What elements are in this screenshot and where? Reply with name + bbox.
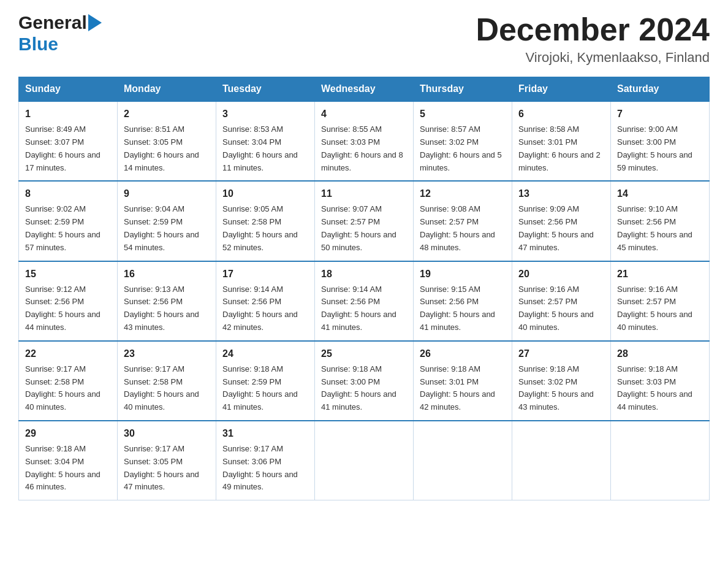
column-header-thursday: Thursday (414, 77, 512, 102)
day-info: Sunrise: 8:55 AMSunset: 3:03 PMDaylight:… (321, 123, 407, 174)
day-number: 26 (420, 347, 506, 361)
day-number: 29 (25, 426, 111, 441)
day-info: Sunrise: 9:17 AMSunset: 3:06 PMDaylight:… (222, 443, 308, 494)
day-info: Sunrise: 9:00 AMSunset: 3:00 PMDaylight:… (617, 123, 703, 174)
day-info: Sunrise: 9:18 AMSunset: 2:59 PMDaylight:… (222, 363, 308, 414)
calendar-cell: 29Sunrise: 9:18 AMSunset: 3:04 PMDayligh… (19, 421, 118, 500)
day-number: 24 (222, 347, 308, 361)
day-info: Sunrise: 9:17 AMSunset: 2:58 PMDaylight:… (124, 363, 210, 414)
day-info: Sunrise: 9:15 AMSunset: 2:56 PMDaylight:… (420, 283, 506, 334)
day-number: 4 (321, 107, 407, 121)
logo-arrow-icon (88, 14, 102, 31)
day-number: 6 (518, 107, 604, 121)
day-number: 3 (222, 107, 308, 121)
page-title: December 2024 (476, 12, 710, 47)
calendar-cell: 6Sunrise: 8:58 AMSunset: 3:01 PMDaylight… (512, 101, 611, 181)
day-info: Sunrise: 8:58 AMSunset: 3:01 PMDaylight:… (518, 123, 604, 174)
day-info: Sunrise: 9:17 AMSunset: 3:05 PMDaylight:… (124, 443, 210, 494)
day-info: Sunrise: 9:08 AMSunset: 2:57 PMDaylight:… (420, 203, 506, 254)
calendar-cell: 22Sunrise: 9:17 AMSunset: 2:58 PMDayligh… (19, 341, 118, 421)
day-number: 10 (222, 186, 308, 201)
calendar-table: SundayMondayTuesdayWednesdayThursdayFrid… (18, 77, 710, 500)
day-number: 14 (617, 186, 703, 201)
day-number: 13 (518, 186, 604, 201)
logo: General Blue (18, 12, 102, 55)
calendar-cell: 19Sunrise: 9:15 AMSunset: 2:56 PMDayligh… (414, 261, 512, 341)
day-info: Sunrise: 9:14 AMSunset: 2:56 PMDaylight:… (222, 283, 308, 334)
day-info: Sunrise: 9:18 AMSunset: 3:01 PMDaylight:… (420, 363, 506, 414)
day-number: 22 (25, 347, 111, 361)
day-number: 20 (518, 267, 604, 282)
calendar-header-row: SundayMondayTuesdayWednesdayThursdayFrid… (19, 77, 710, 102)
column-header-saturday: Saturday (611, 77, 710, 102)
calendar-cell: 25Sunrise: 9:18 AMSunset: 3:00 PMDayligh… (315, 341, 414, 421)
calendar-cell: 16Sunrise: 9:13 AMSunset: 2:56 PMDayligh… (118, 261, 216, 341)
svg-marker-0 (88, 14, 102, 31)
day-number: 27 (518, 347, 604, 361)
calendar-week-row: 8Sunrise: 9:02 AMSunset: 2:59 PMDaylight… (19, 181, 710, 261)
calendar-cell: 15Sunrise: 9:12 AMSunset: 2:56 PMDayligh… (19, 261, 118, 341)
day-number: 23 (124, 347, 210, 361)
day-number: 31 (222, 426, 308, 441)
day-number: 11 (321, 186, 407, 201)
day-number: 30 (124, 426, 210, 441)
calendar-week-row: 22Sunrise: 9:17 AMSunset: 2:58 PMDayligh… (19, 341, 710, 421)
day-number: 2 (124, 107, 210, 121)
calendar-cell (611, 421, 710, 500)
day-info: Sunrise: 8:49 AMSunset: 3:07 PMDaylight:… (25, 123, 111, 174)
day-number: 1 (25, 107, 111, 121)
logo-text-general: General (18, 12, 87, 34)
day-info: Sunrise: 9:04 AMSunset: 2:59 PMDaylight:… (124, 203, 210, 254)
page-subtitle: Virojoki, Kymenlaakso, Finland (476, 50, 710, 66)
calendar-cell: 26Sunrise: 9:18 AMSunset: 3:01 PMDayligh… (414, 341, 512, 421)
calendar-cell: 13Sunrise: 9:09 AMSunset: 2:56 PMDayligh… (512, 181, 611, 261)
day-number: 15 (25, 267, 111, 282)
calendar-cell: 1Sunrise: 8:49 AMSunset: 3:07 PMDaylight… (19, 101, 118, 181)
calendar-cell: 3Sunrise: 8:53 AMSunset: 3:04 PMDaylight… (216, 101, 315, 181)
calendar-cell: 14Sunrise: 9:10 AMSunset: 2:56 PMDayligh… (611, 181, 710, 261)
day-number: 8 (25, 186, 111, 201)
day-info: Sunrise: 9:14 AMSunset: 2:56 PMDaylight:… (321, 283, 407, 334)
day-info: Sunrise: 9:18 AMSunset: 3:03 PMDaylight:… (617, 363, 703, 414)
calendar-cell: 18Sunrise: 9:14 AMSunset: 2:56 PMDayligh… (315, 261, 414, 341)
calendar-cell (512, 421, 611, 500)
day-info: Sunrise: 9:18 AMSunset: 3:00 PMDaylight:… (321, 363, 407, 414)
calendar-cell: 24Sunrise: 9:18 AMSunset: 2:59 PMDayligh… (216, 341, 315, 421)
day-info: Sunrise: 9:16 AMSunset: 2:57 PMDaylight:… (617, 283, 703, 334)
day-info: Sunrise: 9:09 AMSunset: 2:56 PMDaylight:… (518, 203, 604, 254)
day-info: Sunrise: 9:18 AMSunset: 3:04 PMDaylight:… (25, 443, 111, 494)
calendar-cell (414, 421, 512, 500)
day-number: 5 (420, 107, 506, 121)
day-number: 9 (124, 186, 210, 201)
calendar-week-row: 15Sunrise: 9:12 AMSunset: 2:56 PMDayligh… (19, 261, 710, 341)
day-number: 12 (420, 186, 506, 201)
day-info: Sunrise: 9:13 AMSunset: 2:56 PMDaylight:… (124, 283, 210, 334)
calendar-cell: 2Sunrise: 8:51 AMSunset: 3:05 PMDaylight… (118, 101, 216, 181)
calendar-cell: 27Sunrise: 9:18 AMSunset: 3:02 PMDayligh… (512, 341, 611, 421)
column-header-wednesday: Wednesday (315, 77, 414, 102)
day-number: 21 (617, 267, 703, 282)
day-info: Sunrise: 8:57 AMSunset: 3:02 PMDaylight:… (420, 123, 506, 174)
column-header-monday: Monday (118, 77, 216, 102)
day-number: 7 (617, 107, 703, 121)
calendar-cell: 28Sunrise: 9:18 AMSunset: 3:03 PMDayligh… (611, 341, 710, 421)
day-info: Sunrise: 9:18 AMSunset: 3:02 PMDaylight:… (518, 363, 604, 414)
calendar-cell: 11Sunrise: 9:07 AMSunset: 2:57 PMDayligh… (315, 181, 414, 261)
calendar-week-row: 29Sunrise: 9:18 AMSunset: 3:04 PMDayligh… (19, 421, 710, 500)
calendar-cell: 4Sunrise: 8:55 AMSunset: 3:03 PMDaylight… (315, 101, 414, 181)
day-info: Sunrise: 9:12 AMSunset: 2:56 PMDaylight:… (25, 283, 111, 334)
day-number: 25 (321, 347, 407, 361)
day-info: Sunrise: 8:51 AMSunset: 3:05 PMDaylight:… (124, 123, 210, 174)
day-info: Sunrise: 9:05 AMSunset: 2:58 PMDaylight:… (222, 203, 308, 254)
day-number: 17 (222, 267, 308, 282)
day-info: Sunrise: 9:07 AMSunset: 2:57 PMDaylight:… (321, 203, 407, 254)
calendar-cell: 17Sunrise: 9:14 AMSunset: 2:56 PMDayligh… (216, 261, 315, 341)
calendar-cell: 8Sunrise: 9:02 AMSunset: 2:59 PMDaylight… (19, 181, 118, 261)
calendar-week-row: 1Sunrise: 8:49 AMSunset: 3:07 PMDaylight… (19, 101, 710, 181)
calendar-cell (315, 421, 414, 500)
calendar-cell: 10Sunrise: 9:05 AMSunset: 2:58 PMDayligh… (216, 181, 315, 261)
title-block: December 2024 Virojoki, Kymenlaakso, Fin… (476, 12, 710, 66)
calendar-cell: 20Sunrise: 9:16 AMSunset: 2:57 PMDayligh… (512, 261, 611, 341)
logo-text-blue: Blue (18, 34, 58, 54)
day-info: Sunrise: 9:16 AMSunset: 2:57 PMDaylight:… (518, 283, 604, 334)
